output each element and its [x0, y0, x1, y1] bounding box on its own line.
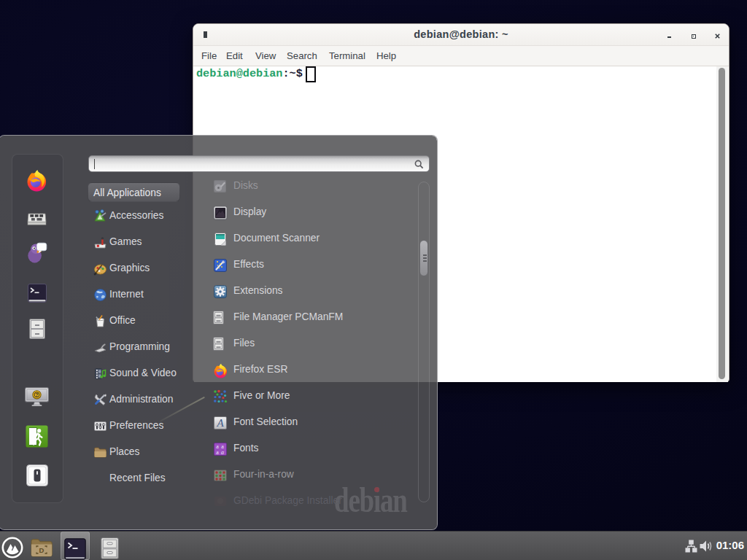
svg-text:a: a — [221, 449, 224, 456]
svg-text:A: A — [216, 417, 224, 429]
svg-text:?: ? — [35, 392, 38, 397]
svg-text:D: D — [39, 546, 44, 554]
svg-text:a: a — [216, 449, 219, 456]
